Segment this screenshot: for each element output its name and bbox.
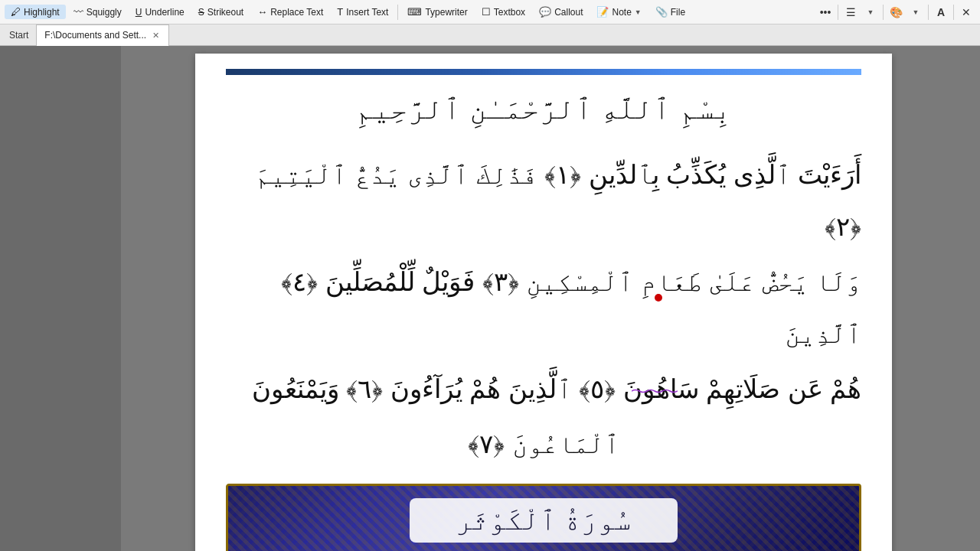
menu-dropdown-button[interactable]: ▼ <box>861 3 880 21</box>
squiggle-underline <box>632 389 678 393</box>
highlight-button[interactable]: 🖊 Highlight <box>5 5 66 19</box>
underline-icon: U <box>136 7 142 18</box>
progress-bar <box>226 69 861 75</box>
callout-button[interactable]: 💬 Callout <box>533 5 589 19</box>
insert-text-icon: T <box>337 6 343 18</box>
close-toolbar-button[interactable]: ✕ <box>957 3 975 21</box>
menu-icon: ☰ <box>846 6 856 18</box>
toolbar: 🖊 Highlight 〰 Squiggly U Underline S Str… <box>0 0 980 24</box>
tabbar: Start F:\Documents and Sett... ✕ <box>0 24 980 46</box>
squiggly-icon: 〰 <box>74 6 83 18</box>
verse-4: ٱلْمَاعُونَ ﴿٧﴾ <box>226 418 861 470</box>
note-label: Note <box>612 7 631 18</box>
verse-2-wrapper: وَلَا يَحُضُّ عَلَىٰ طَعَامِ ٱلْمِسْكِين… <box>226 256 861 360</box>
font-size-button[interactable]: A <box>932 3 950 21</box>
verse-2-text: وَلَا يَحُضُّ عَلَىٰ طَعَامِ ٱلْمِسْكِين… <box>281 267 861 348</box>
separator-4 <box>928 5 929 20</box>
paint-icon: 🎨 <box>890 6 903 18</box>
basmala: بِسْمِ ٱللَّهِ ٱلرَّحْمَـٰنِ ٱلرَّحِيمِ <box>226 83 861 135</box>
document-area[interactable]: بِسْمِ ٱللَّهِ ٱلرَّحْمَـٰنِ ٱلرَّحِيمِ … <box>121 46 966 551</box>
replace-text-label: Replace Text <box>270 7 323 18</box>
note-icon: 📝 <box>596 6 609 18</box>
more-button[interactable]: ••• <box>816 3 835 21</box>
typewriter-icon: ⌨ <box>407 6 422 18</box>
surah-name: سُورَةُ ٱلْكَوْثَر <box>456 504 632 536</box>
squiggly-label: Squiggly <box>87 7 122 18</box>
verse-3-text: هُمْ عَن صَلَاتِهِمْ سَاهُونَ ﴿٥﴾ ٱلَّذِ… <box>252 374 861 403</box>
tab-document[interactable]: F:\Documents and Sett... ✕ <box>36 24 169 46</box>
replace-text-icon: ↔ <box>257 6 267 18</box>
verse-1-text: أَرَءَيْتَ ٱلَّذِى يُكَذِّبُ بِٱلدِّينِ … <box>255 160 861 241</box>
paint-dropdown-arrow: ▼ <box>913 8 920 16</box>
main-area: بِسْمِ ٱللَّهِ ٱلرَّحْمَـٰنِ ٱلرَّحِيمِ … <box>0 46 980 551</box>
font-size-icon: A <box>937 6 945 18</box>
verse-4-text: ٱلْمَاعُونَ ﴿٧﴾ <box>468 429 619 458</box>
file-button[interactable]: 📎 File <box>649 5 691 19</box>
close-toolbar-icon: ✕ <box>962 6 971 18</box>
paint-button[interactable]: 🎨 <box>887 3 905 21</box>
note-button[interactable]: 📝 Note ▼ <box>590 5 647 19</box>
textbox-button[interactable]: ☐ Textbox <box>475 5 531 19</box>
highlight-icon: 🖊 <box>11 6 21 18</box>
start-label: Start <box>6 30 36 41</box>
menu-dropdown-arrow: ▼ <box>867 8 874 16</box>
underline-label: Underline <box>145 7 184 18</box>
file-icon: 📎 <box>655 6 668 18</box>
menu-button[interactable]: ☰ <box>841 3 860 21</box>
more-icon: ••• <box>820 6 831 18</box>
strikeout-button[interactable]: S Strikeout <box>192 5 250 19</box>
verse-3: هُمْ عَن صَلَاتِهِمْ سَاهُونَ ﴿٥﴾ ٱلَّذِ… <box>226 363 861 415</box>
right-panel <box>966 46 980 551</box>
document-page: بِسْمِ ٱللَّهِ ٱلرَّحْمَـٰنِ ٱلرَّحِيمِ … <box>195 54 892 551</box>
squiggly-button[interactable]: 〰 Squiggly <box>67 5 128 19</box>
verse-3-wrapper: هُمْ عَن صَلَاتِهِمْ سَاهُونَ ﴿٥﴾ ٱلَّذِ… <box>226 363 861 415</box>
paint-dropdown-button[interactable]: ▼ <box>906 3 925 21</box>
tab-close-button[interactable]: ✕ <box>151 31 161 41</box>
verse-1: أَرَءَيْتَ ٱلَّذِى يُكَذِّبُ بِٱلدِّينِ … <box>226 148 861 253</box>
underline-button[interactable]: U Underline <box>129 5 191 19</box>
separator-1 <box>397 5 398 20</box>
callout-icon: 💬 <box>539 6 551 18</box>
highlight-label: Highlight <box>24 7 60 18</box>
left-panel <box>0 46 121 551</box>
note-dropdown-arrow: ▼ <box>635 8 642 16</box>
typewriter-button[interactable]: ⌨ Typewriter <box>401 5 473 19</box>
insert-text-button[interactable]: T Insert Text <box>331 5 394 19</box>
separator-5 <box>953 5 954 20</box>
typewriter-label: Typewriter <box>425 7 467 18</box>
toolbar-right: ••• ☰ ▼ 🎨 ▼ A ✕ <box>816 3 975 21</box>
strikeout-label: Strikeout <box>207 7 243 18</box>
callout-label: Callout <box>554 7 583 18</box>
textbox-label: Textbox <box>494 7 525 18</box>
insert-text-label: Insert Text <box>346 7 388 18</box>
tab-label: F:\Documents and Sett... <box>44 30 146 41</box>
surah-banner-center: سُورَةُ ٱلْكَوْثَر <box>410 498 678 543</box>
textbox-icon: ☐ <box>482 6 491 18</box>
strikeout-icon: S <box>198 7 204 18</box>
file-label: File <box>671 7 685 18</box>
separator-2 <box>838 5 838 20</box>
surah-banner: سُورَةُ ٱلْكَوْثَر <box>226 484 861 551</box>
replace-text-button[interactable]: ↔ Replace Text <box>251 5 329 19</box>
separator-3 <box>883 5 884 20</box>
verse-2: وَلَا يَحُضُّ عَلَىٰ طَعَامِ ٱلْمِسْكِين… <box>226 256 861 360</box>
